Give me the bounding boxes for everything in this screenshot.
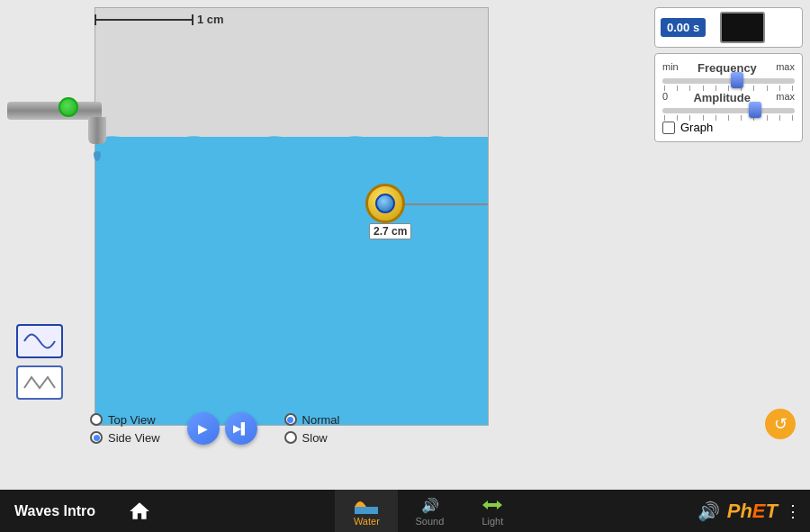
- speed-options: Normal Slow: [284, 413, 340, 445]
- bottom-nav-icons: Water 🔊 Sound Light: [162, 490, 698, 532]
- graph-checkbox[interactable]: [662, 122, 675, 134]
- normal-speed-option[interactable]: Normal: [284, 413, 340, 427]
- simulation-area: 1 cm 2.7 cm: [0, 0, 810, 490]
- time-value: 0.00 s: [661, 18, 706, 37]
- app-title: Waves Intro: [0, 503, 117, 519]
- frequency-amplitude-panel: min Frequency max 0 Amplitude: [654, 53, 803, 142]
- sound-nav-icon: 🔊: [419, 496, 439, 514]
- sound-nav-label: Sound: [415, 516, 444, 527]
- water-body: [95, 137, 488, 425]
- side-view-radio[interactable]: [90, 431, 103, 444]
- phet-logo: PhET: [727, 500, 778, 523]
- svg-marker-4: [497, 500, 502, 509]
- refresh-button[interactable]: ↺: [765, 409, 796, 439]
- amplitude-title: Amplitude: [693, 91, 751, 104]
- amp-max-label: max: [776, 91, 795, 104]
- light-nav-label: Light: [482, 516, 503, 527]
- water-nav-icon: [355, 496, 378, 514]
- faucet-spout: [88, 117, 106, 144]
- amplitude-label-row: 0 Amplitude max: [662, 91, 795, 104]
- view-options: Top View Side View: [90, 413, 160, 445]
- nav-item-light[interactable]: Light: [461, 490, 524, 532]
- ruler[interactable]: 1 cm: [94, 13, 224, 26]
- amp-zero-label: 0: [662, 91, 668, 104]
- freq-max-label: max: [776, 61, 795, 75]
- home-icon: [128, 500, 151, 523]
- phet-logo-accent: E: [752, 500, 766, 522]
- side-view-label: Side View: [108, 431, 160, 445]
- slow-speed-label: Slow: [302, 431, 328, 445]
- graph-checkbox-row[interactable]: Graph: [662, 121, 795, 134]
- home-button[interactable]: [117, 490, 162, 532]
- light-nav-icon: [482, 496, 502, 514]
- side-view-option[interactable]: Side View: [90, 431, 160, 445]
- right-panel: 0.00 s min Frequency max: [654, 7, 803, 142]
- tape-reel-inner: [375, 194, 395, 213]
- time-display: 0.00 s: [654, 7, 803, 48]
- slow-speed-radio[interactable]: [284, 431, 297, 444]
- water-canvas: 2.7 cm: [94, 7, 489, 426]
- frequency-section: min Frequency max: [662, 61, 795, 84]
- svg-marker-3: [482, 500, 488, 509]
- amplitude-track: [662, 108, 795, 113]
- normal-speed-label: Normal: [302, 413, 340, 427]
- phet-logo-area: 🔊 PhET ⋮: [698, 500, 810, 523]
- play-controls: ▶ ▶▌: [187, 412, 257, 445]
- bottom-bar: Waves Intro Water 🔊 Sound: [0, 490, 810, 532]
- slow-speed-option[interactable]: Slow: [284, 431, 340, 445]
- top-view-option[interactable]: Top View: [90, 413, 160, 427]
- ruler-label: 1 cm: [197, 13, 224, 26]
- frequency-track: [662, 78, 795, 84]
- triangle-wave-svg: [22, 372, 57, 393]
- tape-measure[interactable]: 2.7 cm: [365, 184, 405, 223]
- step-button[interactable]: ▶▌: [225, 412, 257, 445]
- play-button[interactable]: ▶: [187, 412, 220, 445]
- sine-wave-svg: [22, 330, 57, 352]
- tape-reel[interactable]: [365, 184, 405, 223]
- freq-min-label: min: [662, 61, 679, 75]
- frequency-label-row: min Frequency max: [662, 61, 795, 75]
- svg-rect-2: [486, 503, 499, 507]
- sine-wave-icon[interactable]: [16, 324, 63, 358]
- top-view-label: Top View: [108, 413, 156, 427]
- sound-icon: 🔊: [698, 500, 720, 522]
- frequency-thumb[interactable]: [731, 72, 743, 88]
- svg-rect-0: [355, 507, 378, 514]
- oscilloscope-display: [720, 12, 765, 43]
- svg-text:🔊: 🔊: [421, 497, 439, 514]
- faucet-knob[interactable]: [58, 97, 78, 117]
- normal-speed-radio[interactable]: [284, 413, 297, 426]
- tape-line: [405, 203, 489, 205]
- wave-icons-panel: [16, 324, 63, 400]
- ruler-line: [94, 19, 194, 21]
- frequency-title: Frequency: [698, 61, 757, 75]
- controls-area: Top View Side View ▶ ▶▌ Normal Slow: [90, 412, 339, 445]
- amplitude-section: 0 Amplitude max: [662, 91, 795, 113]
- nav-item-sound[interactable]: 🔊 Sound: [398, 490, 461, 532]
- triangle-wave-icon[interactable]: [16, 365, 63, 400]
- amplitude-thumb[interactable]: [749, 102, 761, 118]
- water-nav-label: Water: [354, 516, 380, 527]
- top-view-radio[interactable]: [90, 413, 103, 426]
- more-options-icon[interactable]: ⋮: [785, 501, 801, 521]
- graph-label: Graph: [680, 121, 713, 134]
- tape-label: 2.7 cm: [369, 223, 411, 239]
- nav-item-water[interactable]: Water: [335, 490, 398, 532]
